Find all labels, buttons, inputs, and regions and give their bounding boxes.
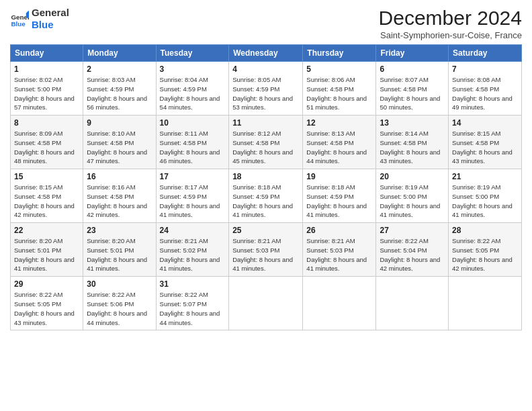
day-number: 24 — [160, 226, 226, 235]
daylight-text: Daylight: 8 hours and 54 minutes. — [160, 95, 220, 111]
sunset-text: Sunset: 5:01 PM — [14, 246, 61, 254]
sunset-text: Sunset: 4:59 PM — [232, 85, 279, 93]
day-detail: Sunrise: 8:21 AMSunset: 5:03 PMDaylight:… — [232, 236, 299, 273]
logo-blue: Blue — [32, 19, 69, 31]
sunrise-text: Sunrise: 8:20 AM — [14, 237, 62, 244]
sunrise-text: Sunrise: 8:22 AM — [160, 291, 208, 298]
day-number: 12 — [306, 118, 372, 128]
table-row: 2Sunrise: 8:03 AMSunset: 4:59 PMDaylight… — [83, 62, 156, 116]
day-number: 20 — [380, 172, 445, 181]
sunrise-text: Sunrise: 8:08 AM — [452, 76, 500, 83]
day-number: 21 — [452, 172, 518, 181]
table-row: 19Sunrise: 8:18 AMSunset: 4:59 PMDayligh… — [303, 169, 376, 223]
sunrise-text: Sunrise: 8:21 AM — [160, 237, 208, 244]
sunset-text: Sunset: 5:05 PM — [14, 300, 61, 308]
day-number: 26 — [306, 226, 372, 235]
calendar-header-row: Sunday Monday Tuesday Wednesday Thursday… — [11, 45, 522, 62]
daylight-text: Daylight: 8 hours and 56 minutes. — [87, 95, 147, 111]
daylight-text: Daylight: 8 hours and 42 minutes. — [87, 202, 147, 219]
daylight-text: Daylight: 8 hours and 41 minutes. — [14, 256, 75, 273]
calendar-table: Sunday Monday Tuesday Wednesday Thursday… — [10, 44, 522, 330]
daylight-text: Daylight: 8 hours and 41 minutes. — [232, 256, 293, 273]
calendar-week-row: 15Sunrise: 8:15 AMSunset: 4:58 PMDayligh… — [11, 169, 522, 223]
logo: General Blue General Blue — [10, 7, 69, 31]
day-number: 30 — [87, 279, 152, 289]
daylight-text: Daylight: 8 hours and 42 minutes. — [14, 202, 75, 219]
sunrise-text: Sunrise: 8:05 AM — [232, 76, 281, 83]
table-row: 23Sunrise: 8:20 AMSunset: 5:01 PMDayligh… — [83, 223, 156, 277]
sunrise-text: Sunrise: 8:17 AM — [160, 183, 208, 191]
table-row: 4Sunrise: 8:05 AMSunset: 4:59 PMDaylight… — [229, 62, 303, 116]
day-detail: Sunrise: 8:02 AMSunset: 5:00 PMDaylight:… — [14, 75, 79, 112]
day-detail: Sunrise: 8:14 AMSunset: 4:58 PMDaylight:… — [380, 129, 445, 166]
day-number: 9 — [87, 118, 152, 128]
sunset-text: Sunset: 5:00 PM — [14, 85, 61, 93]
col-wednesday: Wednesday — [229, 45, 303, 62]
daylight-text: Daylight: 8 hours and 44 minutes. — [306, 148, 367, 165]
sunrise-text: Sunrise: 8:06 AM — [306, 76, 355, 83]
sunrise-text: Sunrise: 8:21 AM — [306, 237, 355, 244]
day-number: 13 — [380, 118, 445, 128]
sunrise-text: Sunrise: 8:21 AM — [232, 237, 281, 244]
day-detail: Sunrise: 8:21 AMSunset: 5:03 PMDaylight:… — [306, 236, 372, 273]
sunrise-text: Sunrise: 8:11 AM — [160, 130, 208, 137]
sunrise-text: Sunrise: 8:15 AM — [452, 130, 500, 137]
day-number: 11 — [232, 118, 299, 128]
daylight-text: Daylight: 8 hours and 50 minutes. — [380, 95, 440, 111]
day-detail: Sunrise: 8:20 AMSunset: 5:01 PMDaylight:… — [14, 236, 79, 273]
logo-general: General — [32, 7, 69, 19]
table-row — [303, 277, 376, 330]
table-row: 14Sunrise: 8:15 AMSunset: 4:58 PMDayligh… — [449, 116, 522, 169]
day-detail: Sunrise: 8:08 AMSunset: 4:58 PMDaylight:… — [452, 75, 518, 112]
table-row: 27Sunrise: 8:22 AMSunset: 5:04 PMDayligh… — [376, 223, 449, 277]
sunset-text: Sunset: 4:58 PM — [380, 85, 427, 93]
table-row: 6Sunrise: 8:07 AMSunset: 4:58 PMDaylight… — [376, 62, 449, 116]
day-number: 25 — [232, 226, 299, 235]
day-number: 1 — [14, 64, 79, 74]
sunrise-text: Sunrise: 8:04 AM — [160, 76, 208, 83]
col-tuesday: Tuesday — [156, 45, 229, 62]
day-detail: Sunrise: 8:15 AMSunset: 4:58 PMDaylight:… — [14, 183, 79, 220]
daylight-text: Daylight: 8 hours and 57 minutes. — [14, 95, 75, 111]
calendar-week-row: 1Sunrise: 8:02 AMSunset: 5:00 PMDaylight… — [11, 62, 522, 116]
day-number: 14 — [452, 118, 518, 128]
day-number: 27 — [380, 226, 445, 235]
sunrise-text: Sunrise: 8:22 AM — [452, 237, 500, 244]
table-row: 31Sunrise: 8:22 AMSunset: 5:07 PMDayligh… — [156, 277, 229, 330]
sunset-text: Sunset: 4:58 PM — [232, 139, 279, 146]
daylight-text: Daylight: 8 hours and 43 minutes. — [452, 148, 513, 165]
table-row: 5Sunrise: 8:06 AMSunset: 4:58 PMDaylight… — [303, 62, 376, 116]
daylight-text: Daylight: 8 hours and 53 minutes. — [232, 95, 293, 111]
daylight-text: Daylight: 8 hours and 41 minutes. — [87, 256, 147, 273]
day-number: 16 — [87, 172, 152, 181]
location-subtitle: Saint-Symphorien-sur-Coise, France — [379, 30, 522, 40]
daylight-text: Daylight: 8 hours and 43 minutes. — [380, 148, 440, 165]
daylight-text: Daylight: 8 hours and 41 minutes. — [232, 202, 293, 219]
day-number: 23 — [87, 226, 152, 235]
sunrise-text: Sunrise: 8:22 AM — [87, 291, 135, 298]
day-number: 15 — [14, 172, 79, 181]
day-number: 17 — [160, 172, 226, 181]
sunset-text: Sunset: 5:03 PM — [232, 246, 279, 254]
day-number: 10 — [160, 118, 226, 128]
sunset-text: Sunset: 4:58 PM — [87, 139, 134, 146]
daylight-text: Daylight: 8 hours and 51 minutes. — [306, 95, 367, 111]
daylight-text: Daylight: 8 hours and 44 minutes. — [87, 310, 147, 326]
sunset-text: Sunset: 5:04 PM — [380, 246, 427, 254]
daylight-text: Daylight: 8 hours and 45 minutes. — [232, 148, 293, 165]
table-row: 30Sunrise: 8:22 AMSunset: 5:06 PMDayligh… — [83, 277, 156, 330]
table-row: 7Sunrise: 8:08 AMSunset: 4:58 PMDaylight… — [449, 62, 522, 116]
sunrise-text: Sunrise: 8:13 AM — [306, 130, 355, 137]
day-detail: Sunrise: 8:04 AMSunset: 4:59 PMDaylight:… — [160, 75, 226, 112]
page: General Blue General Blue December 2024 … — [0, 0, 532, 411]
day-detail: Sunrise: 8:09 AMSunset: 4:58 PMDaylight:… — [14, 129, 79, 166]
sunset-text: Sunset: 4:58 PM — [14, 139, 61, 146]
daylight-text: Daylight: 8 hours and 46 minutes. — [160, 148, 220, 165]
sunset-text: Sunset: 4:58 PM — [306, 139, 353, 146]
day-detail: Sunrise: 8:19 AMSunset: 5:00 PMDaylight:… — [380, 183, 445, 220]
sunrise-text: Sunrise: 8:22 AM — [380, 237, 428, 244]
sunset-text: Sunset: 4:59 PM — [160, 193, 207, 200]
col-friday: Friday — [376, 45, 449, 62]
header: General Blue General Blue December 2024 … — [10, 7, 522, 40]
day-detail: Sunrise: 8:15 AMSunset: 4:58 PMDaylight:… — [452, 129, 518, 166]
